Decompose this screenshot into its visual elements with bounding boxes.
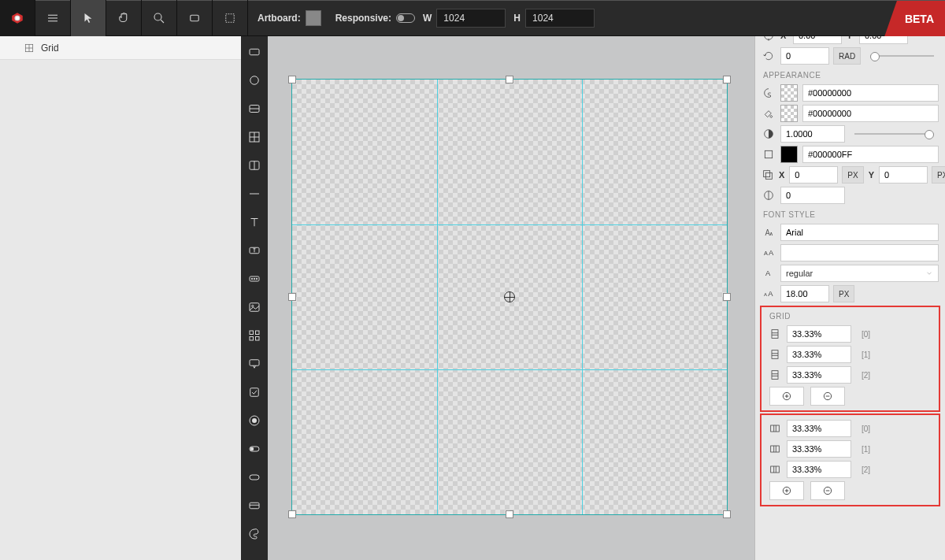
grid-col-input[interactable] <box>787 420 851 437</box>
frame-button[interactable] <box>177 0 213 36</box>
bg-input[interactable] <box>802 105 939 122</box>
font-size-input[interactable] <box>780 285 829 302</box>
resize-handle[interactable] <box>506 510 513 518</box>
grid-col-input[interactable] <box>787 461 851 478</box>
search-button[interactable] <box>142 0 177 36</box>
tooltip-tool[interactable] <box>246 356 262 372</box>
line-tool[interactable] <box>246 186 262 202</box>
checkbox-tool[interactable] <box>246 384 262 400</box>
svg-point-32 <box>252 305 254 306</box>
pointer-tool[interactable] <box>71 0 106 36</box>
offset-y-input[interactable] <box>879 166 928 184</box>
grid-row-input[interactable] <box>787 366 851 384</box>
artboard-grid[interactable] <box>291 79 728 515</box>
rotation-unit: RAD <box>833 47 861 65</box>
artboard-color-swatch[interactable] <box>306 10 321 26</box>
position-icon <box>762 36 776 43</box>
svg-rect-43 <box>250 475 259 480</box>
y-label: Y <box>847 36 854 40</box>
logo-button[interactable] <box>0 0 35 36</box>
svg-rect-53 <box>764 171 770 177</box>
remove-row-button[interactable] <box>810 387 845 406</box>
toggle-tool[interactable] <box>246 441 262 457</box>
ellipse-tool[interactable] <box>246 72 262 88</box>
layers-panel: Grid <box>0 36 241 560</box>
resize-handle[interactable] <box>723 76 731 83</box>
canvas[interactable] <box>268 36 754 560</box>
grid-row-index: [1] <box>856 350 870 359</box>
row-icon <box>768 327 782 341</box>
svg-point-28 <box>251 278 253 280</box>
grid-row-input[interactable] <box>787 325 851 343</box>
svg-rect-36 <box>256 337 260 341</box>
svg-rect-67 <box>772 371 778 380</box>
offset-icon <box>762 168 774 182</box>
width-label: W <box>423 13 432 24</box>
svg-point-42 <box>250 447 254 451</box>
stroke-swatch[interactable] <box>780 146 798 163</box>
fill-icon <box>762 86 776 100</box>
responsive-toggle[interactable] <box>396 13 415 23</box>
fill-input[interactable] <box>802 84 939 102</box>
input-tool[interactable] <box>246 271 262 287</box>
components-tool[interactable] <box>246 328 262 343</box>
svg-text:A: A <box>764 292 767 297</box>
list-tool[interactable] <box>246 101 262 117</box>
pill-tool[interactable] <box>246 469 262 485</box>
opacity-slider[interactable] <box>854 133 934 135</box>
bg-icon <box>762 106 776 121</box>
pos-y-input[interactable] <box>859 36 908 44</box>
artboard-height-input[interactable] <box>525 9 595 28</box>
grid-col-index: [2] <box>856 465 870 474</box>
grid-tool[interactable] <box>246 129 262 145</box>
card-tool[interactable] <box>246 498 262 514</box>
svg-point-13 <box>250 76 259 85</box>
blur-input[interactable] <box>780 187 845 204</box>
split-tool[interactable] <box>246 158 262 173</box>
chevron-down-icon <box>925 269 933 277</box>
bg-swatch[interactable] <box>780 105 798 122</box>
remove-col-button[interactable] <box>810 481 845 500</box>
image-tool[interactable] <box>246 299 262 315</box>
resize-handle[interactable] <box>723 293 731 301</box>
col-icon <box>768 462 782 477</box>
offset-y-label: Y <box>869 170 874 180</box>
resize-handle[interactable] <box>288 76 296 83</box>
grid-col-input[interactable] <box>787 440 851 458</box>
resize-handle[interactable] <box>506 76 513 83</box>
grid-icon <box>24 43 35 54</box>
svg-rect-34 <box>256 331 260 335</box>
selection-button[interactable] <box>213 0 248 36</box>
stroke-input[interactable] <box>802 146 939 163</box>
fill-swatch[interactable] <box>780 84 798 102</box>
svg-rect-61 <box>772 330 778 339</box>
artboard-width-input[interactable] <box>436 9 506 28</box>
rect-tool[interactable] <box>246 44 262 60</box>
font-weight-select[interactable]: regular <box>780 265 939 282</box>
opacity-input[interactable] <box>780 125 845 143</box>
font-case-input[interactable] <box>780 244 939 261</box>
layer-item-grid[interactable]: Grid <box>0 36 241 60</box>
palette-tool[interactable] <box>246 526 262 542</box>
add-col-button[interactable] <box>769 481 804 500</box>
grid-line-v <box>582 80 583 514</box>
font-family-input[interactable] <box>780 224 939 241</box>
svg-point-5 <box>154 13 161 20</box>
add-row-button[interactable] <box>769 387 804 406</box>
pos-x-input[interactable] <box>793 36 842 44</box>
svg-rect-12 <box>250 49 259 55</box>
hand-tool[interactable] <box>106 0 142 36</box>
text-tool[interactable] <box>246 214 262 230</box>
resize-handle[interactable] <box>288 293 296 301</box>
offset-x-input[interactable] <box>789 166 838 184</box>
grid-cols-section: [0] [1] [2] <box>760 414 940 506</box>
menu-button[interactable] <box>35 0 71 36</box>
textbox-tool[interactable] <box>246 243 262 258</box>
resize-handle[interactable] <box>288 510 296 518</box>
grid-row-index: [2] <box>856 371 870 380</box>
resize-handle[interactable] <box>723 510 731 518</box>
grid-row-input[interactable] <box>787 346 851 363</box>
rotation-slider[interactable] <box>870 55 934 57</box>
radio-tool[interactable] <box>246 413 262 428</box>
rotation-input[interactable] <box>780 47 829 65</box>
